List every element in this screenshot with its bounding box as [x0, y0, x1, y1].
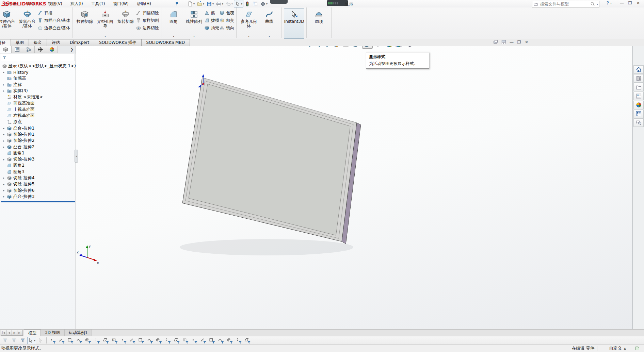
tree-item[interactable]: 原点	[0, 119, 76, 125]
tab-评估[interactable]: 评估	[47, 39, 65, 46]
tree-item[interactable]: ▸切除-拉伸6	[0, 187, 76, 194]
tree-item[interactable]: ▸A注解	[0, 82, 76, 88]
tree-item[interactable]: 圆角1	[0, 150, 76, 156]
help-caret-icon[interactable]: ▾	[610, 2, 612, 5]
tab-SOLIDWORKS 插件[interactable]: SOLIDWORKS 插件	[94, 39, 141, 46]
options-list-button[interactable]	[251, 0, 259, 7]
ribbon-button-sweep-cut[interactable]: 扫描切除	[136, 10, 159, 16]
linear-pattern-caret-icon[interactable]: ▾	[193, 35, 195, 38]
filter-balloons-button[interactable]	[172, 337, 181, 345]
expand-arrow-icon[interactable]: ▸	[1, 195, 6, 198]
open-caret-icon[interactable]: ▾	[203, 2, 204, 5]
ribbon-button-boss-extrude[interactable]: 拉伸凸台 /基体	[0, 9, 17, 39]
filter-vertices-button[interactable]	[48, 337, 57, 345]
fillet-caret-icon[interactable]: ▾	[173, 35, 174, 38]
select-cursor-button[interactable]: ▾	[234, 0, 243, 7]
filter-annotations-button[interactable]	[225, 337, 234, 345]
fm-expand-chevron-icon[interactable]: ❯	[68, 46, 76, 53]
graphics-viewport[interactable]: y x Z A▾▾▾▾▾ 显示样式 为活动视图更改显示样式。	[76, 46, 632, 329]
tree-item[interactable]: ▸切除-拉伸4	[0, 175, 76, 181]
filter-routing-points-button[interactable]	[234, 337, 243, 345]
tab-草图[interactable]: 草图	[11, 39, 29, 46]
view-orientation-caret-icon[interactable]: ▾	[359, 46, 360, 46]
tree-item[interactable]: 右视基准面	[0, 113, 76, 119]
filter-surface-bodies-button[interactable]	[75, 337, 83, 345]
curves-caret-icon[interactable]: ▾	[269, 35, 270, 38]
display-style-button[interactable]: ▾	[362, 46, 373, 49]
save-caret-icon[interactable]: ▾	[212, 2, 214, 5]
print-button[interactable]: ▾	[215, 0, 224, 7]
hide-show-items-caret-icon[interactable]: ▾	[382, 46, 383, 46]
filter-notes-button[interactable]	[163, 337, 172, 345]
ribbon-button-reference-geometry[interactable]: 参考几何 体▾	[239, 9, 259, 39]
expand-arrow-icon[interactable]: ▸	[1, 89, 6, 93]
undo-button[interactable]: ▾	[224, 0, 234, 7]
pin-menu-icon[interactable]	[174, 1, 179, 6]
select-tool-button[interactable]: ▾	[27, 337, 36, 345]
filter-surface-finish-button[interactable]	[207, 337, 216, 345]
expand-arrow-icon[interactable]: ▸	[1, 133, 6, 136]
tree-item[interactable]: ▸凸台-拉伸2	[0, 144, 76, 150]
undo-caret-icon[interactable]: ▾	[231, 2, 233, 5]
doc-close-button[interactable]: ✕	[524, 40, 529, 45]
toggle-selection-filters-button[interactable]	[1, 337, 10, 345]
tree-item[interactable]: 传感器	[0, 76, 76, 82]
expand-arrow-icon[interactable]: ▸	[1, 189, 6, 192]
search-input[interactable]	[540, 1, 589, 7]
tree-item[interactable]: ▸凸台-拉伸3	[0, 194, 76, 200]
search-scope-folder-icon[interactable]	[533, 2, 538, 6]
bottom-tab-运动算例1[interactable]: 运动算例1	[65, 330, 92, 336]
select-tool-caret-icon[interactable]: ▾	[34, 339, 35, 342]
taskpane-view-palette-button[interactable]	[633, 92, 644, 100]
tab-特征[interactable]: 特征	[0, 39, 11, 46]
filter-weld-symbols-button[interactable]	[198, 337, 207, 345]
taskpane-file-explorer-button[interactable]	[633, 83, 644, 91]
taskpane-home-button[interactable]	[633, 65, 644, 74]
taskpane-custom-properties-button[interactable]	[633, 110, 644, 118]
tree-item[interactable]: ▸切除-拉伸5	[0, 181, 76, 187]
print-caret-icon[interactable]: ▾	[222, 2, 223, 5]
ribbon-button-loft[interactable]: 放样凸台/基体	[37, 17, 70, 23]
ribbon-button-loft-cut[interactable]: 放样切割	[136, 17, 159, 23]
ribbon-button-revolve-cut[interactable]: 旋转切除	[115, 9, 136, 39]
nav-first-button[interactable]: |◀	[1, 330, 6, 336]
tab-DimXpert[interactable]: DimXpert	[65, 39, 94, 46]
save-button[interactable]: ▾	[205, 0, 215, 7]
rollback-bar[interactable]	[1, 201, 75, 202]
taskpane-design-library-button[interactable]	[633, 74, 644, 83]
ribbon-button-rib[interactable]: 筋	[204, 10, 219, 16]
ribbon-button-instant3d[interactable]: Instant3D	[284, 9, 304, 39]
tree-item[interactable]: 上视基准面	[0, 106, 76, 113]
filter-datums-button[interactable]	[190, 337, 198, 345]
search-box[interactable]: ▾	[532, 1, 599, 7]
expand-arrow-icon[interactable]: ▸	[1, 127, 6, 130]
ribbon-button-hole-wizard[interactable]: 异型孔向 导▾	[95, 9, 115, 39]
tree-item[interactable]: 圆角3	[0, 169, 76, 175]
tab-钣金[interactable]: 钣金	[29, 39, 47, 46]
ribbon-button-wrap[interactable]: 包覆	[219, 10, 234, 16]
nav-prev-button[interactable]: ◀	[6, 330, 12, 336]
tree-item[interactable]: 圆角2	[0, 163, 76, 169]
tree-item[interactable]: 材质 <未指定>	[0, 94, 76, 100]
tree-item[interactable]: 前视基准面	[0, 100, 76, 106]
ribbon-button-boundary-cut[interactable]: 边界切除	[136, 25, 159, 31]
filter-centerlines-button[interactable]	[145, 337, 154, 345]
tree-item[interactable]: ▸凸台-拉伸1	[0, 125, 76, 131]
view-settings-caret-icon[interactable]: ▾	[414, 46, 415, 46]
ribbon-button-linear-pattern[interactable]: 线性阵列▾	[184, 9, 204, 39]
zoom-to-fit-button[interactable]	[303, 46, 312, 49]
view-settings-button[interactable]: ▾	[405, 46, 416, 49]
restore-button[interactable]: ❐	[628, 1, 632, 5]
menu-item-7[interactable]: 帮助(H)	[133, 0, 155, 7]
select-all-filters-button[interactable]	[18, 337, 27, 345]
model-3d-view[interactable]: y x Z	[76, 46, 632, 329]
fm-tab-configuration-manager[interactable]	[23, 46, 35, 53]
open-button[interactable]: ▾	[196, 0, 205, 7]
panel-splitter-handle[interactable]: ◂	[75, 150, 78, 163]
tree-item[interactable]: ▸实体(3)	[0, 88, 76, 94]
ribbon-button-sweep[interactable]: 扫描	[37, 10, 70, 16]
menu-item-3[interactable]: 视图(V)	[44, 0, 66, 7]
clear-all-filters-button[interactable]	[10, 337, 18, 345]
panel-inner-face[interactable]	[189, 84, 350, 235]
window-previous-icon[interactable]	[493, 39, 498, 45]
